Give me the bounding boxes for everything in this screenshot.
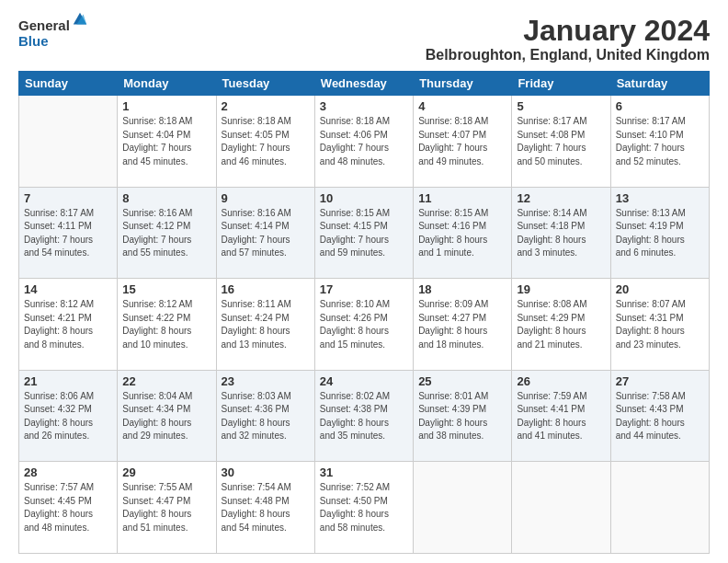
table-row: 3Sunrise: 8:18 AM Sunset: 4:06 PM Daylig… — [314, 96, 413, 188]
day-info: Sunrise: 7:55 AM Sunset: 4:47 PM Dayligh… — [122, 481, 210, 534]
table-row: 16Sunrise: 8:11 AM Sunset: 4:24 PM Dayli… — [216, 279, 314, 371]
day-info: Sunrise: 8:11 AM Sunset: 4:24 PM Dayligh… — [222, 298, 310, 351]
day-number: 7 — [24, 191, 112, 205]
header-thursday: Thursday — [414, 72, 512, 96]
day-info: Sunrise: 8:03 AM Sunset: 4:36 PM Dayligh… — [222, 390, 310, 443]
day-number: 29 — [122, 465, 210, 479]
table-row: 21Sunrise: 8:06 AM Sunset: 4:32 PM Dayli… — [19, 370, 118, 462]
day-info: Sunrise: 8:12 AM Sunset: 4:22 PM Dayligh… — [122, 298, 210, 351]
day-number: 19 — [517, 282, 605, 296]
table-row — [512, 462, 610, 554]
day-info: Sunrise: 8:12 AM Sunset: 4:21 PM Dayligh… — [24, 298, 112, 351]
day-number: 28 — [24, 465, 112, 479]
day-info: Sunrise: 7:54 AM Sunset: 4:48 PM Dayligh… — [222, 481, 310, 534]
day-info: Sunrise: 7:52 AM Sunset: 4:50 PM Dayligh… — [320, 481, 408, 534]
day-info: Sunrise: 8:01 AM Sunset: 4:39 PM Dayligh… — [418, 390, 506, 443]
table-row: 6Sunrise: 8:17 AM Sunset: 4:10 PM Daylig… — [610, 96, 709, 188]
month-title: January 2024 — [426, 15, 710, 47]
day-number: 8 — [122, 191, 210, 205]
day-number: 4 — [418, 99, 506, 113]
header-monday: Monday — [118, 72, 216, 96]
day-info: Sunrise: 8:07 AM Sunset: 4:31 PM Dayligh… — [616, 298, 704, 351]
calendar-week-row: 28Sunrise: 7:57 AM Sunset: 4:45 PM Dayli… — [19, 462, 710, 554]
table-row: 23Sunrise: 8:03 AM Sunset: 4:36 PM Dayli… — [216, 370, 314, 462]
calendar-week-row: 1Sunrise: 8:18 AM Sunset: 4:04 PM Daylig… — [19, 96, 710, 188]
day-number: 21 — [24, 374, 112, 388]
table-row: 28Sunrise: 7:57 AM Sunset: 4:45 PM Dayli… — [19, 462, 118, 554]
day-number: 13 — [616, 191, 704, 205]
day-number: 27 — [616, 374, 704, 388]
table-row — [414, 462, 512, 554]
table-row: 25Sunrise: 8:01 AM Sunset: 4:39 PM Dayli… — [414, 370, 512, 462]
calendar-week-row: 14Sunrise: 8:12 AM Sunset: 4:21 PM Dayli… — [19, 279, 710, 371]
calendar-week-row: 7Sunrise: 8:17 AM Sunset: 4:11 PM Daylig… — [19, 187, 710, 279]
day-number: 16 — [222, 282, 310, 296]
header-sunday: Sunday — [19, 72, 118, 96]
day-info: Sunrise: 8:10 AM Sunset: 4:26 PM Dayligh… — [320, 298, 408, 351]
day-number: 14 — [24, 282, 112, 296]
calendar: Sunday Monday Tuesday Wednesday Thursday… — [18, 71, 710, 554]
day-info: Sunrise: 8:16 AM Sunset: 4:14 PM Dayligh… — [222, 207, 310, 260]
table-row: 15Sunrise: 8:12 AM Sunset: 4:22 PM Dayli… — [118, 279, 216, 371]
table-row: 29Sunrise: 7:55 AM Sunset: 4:47 PM Dayli… — [118, 462, 216, 554]
table-row: 1Sunrise: 8:18 AM Sunset: 4:04 PM Daylig… — [118, 96, 216, 188]
table-row: 24Sunrise: 8:02 AM Sunset: 4:38 PM Dayli… — [314, 370, 413, 462]
day-number: 10 — [320, 191, 408, 205]
day-number: 15 — [122, 282, 210, 296]
day-info: Sunrise: 8:04 AM Sunset: 4:34 PM Dayligh… — [122, 390, 210, 443]
day-number: 31 — [320, 465, 408, 479]
day-info: Sunrise: 8:18 AM Sunset: 4:06 PM Dayligh… — [320, 115, 408, 168]
day-number: 2 — [222, 99, 310, 113]
day-info: Sunrise: 8:02 AM Sunset: 4:38 PM Dayligh… — [320, 390, 408, 443]
day-number: 23 — [222, 374, 310, 388]
table-row: 4Sunrise: 8:18 AM Sunset: 4:07 PM Daylig… — [414, 96, 512, 188]
day-info: Sunrise: 7:58 AM Sunset: 4:43 PM Dayligh… — [616, 390, 704, 443]
day-info: Sunrise: 8:09 AM Sunset: 4:27 PM Dayligh… — [418, 298, 506, 351]
logo: General Blue — [18, 18, 88, 49]
header-saturday: Saturday — [610, 72, 709, 96]
table-row: 5Sunrise: 8:17 AM Sunset: 4:08 PM Daylig… — [512, 96, 610, 188]
calendar-week-row: 21Sunrise: 8:06 AM Sunset: 4:32 PM Dayli… — [19, 370, 710, 462]
logo-general-text: General — [18, 18, 70, 34]
calendar-header-row: Sunday Monday Tuesday Wednesday Thursday… — [19, 72, 710, 96]
table-row: 20Sunrise: 8:07 AM Sunset: 4:31 PM Dayli… — [610, 279, 709, 371]
day-number: 9 — [222, 191, 310, 205]
day-info: Sunrise: 8:15 AM Sunset: 4:16 PM Dayligh… — [418, 207, 506, 260]
table-row: 9Sunrise: 8:16 AM Sunset: 4:14 PM Daylig… — [216, 187, 314, 279]
header-friday: Friday — [512, 72, 610, 96]
day-number: 22 — [122, 374, 210, 388]
day-number: 20 — [616, 282, 704, 296]
day-info: Sunrise: 8:18 AM Sunset: 4:04 PM Dayligh… — [122, 115, 210, 168]
table-row — [610, 462, 709, 554]
day-info: Sunrise: 8:17 AM Sunset: 4:11 PM Dayligh… — [24, 207, 112, 260]
day-info: Sunrise: 8:14 AM Sunset: 4:18 PM Dayligh… — [517, 207, 605, 260]
table-row — [19, 96, 118, 188]
table-row: 19Sunrise: 8:08 AM Sunset: 4:29 PM Dayli… — [512, 279, 610, 371]
day-number: 5 — [517, 99, 605, 113]
day-info: Sunrise: 7:59 AM Sunset: 4:41 PM Dayligh… — [517, 390, 605, 443]
table-row: 12Sunrise: 8:14 AM Sunset: 4:18 PM Dayli… — [512, 187, 610, 279]
day-info: Sunrise: 8:17 AM Sunset: 4:10 PM Dayligh… — [616, 115, 704, 168]
location-title: Belbroughton, England, United Kingdom — [426, 47, 710, 63]
table-row: 17Sunrise: 8:10 AM Sunset: 4:26 PM Dayli… — [314, 279, 413, 371]
day-number: 24 — [320, 374, 408, 388]
logo-icon — [72, 11, 88, 28]
table-row: 8Sunrise: 8:16 AM Sunset: 4:12 PM Daylig… — [118, 187, 216, 279]
table-row: 22Sunrise: 8:04 AM Sunset: 4:34 PM Dayli… — [118, 370, 216, 462]
table-row: 11Sunrise: 8:15 AM Sunset: 4:16 PM Dayli… — [414, 187, 512, 279]
day-number: 6 — [616, 99, 704, 113]
day-info: Sunrise: 8:13 AM Sunset: 4:19 PM Dayligh… — [616, 207, 704, 260]
day-number: 3 — [320, 99, 408, 113]
table-row: 14Sunrise: 8:12 AM Sunset: 4:21 PM Dayli… — [19, 279, 118, 371]
header: General Blue January 2024 Belbroughton, … — [18, 15, 710, 63]
table-row: 10Sunrise: 8:15 AM Sunset: 4:15 PM Dayli… — [314, 187, 413, 279]
table-row: 30Sunrise: 7:54 AM Sunset: 4:48 PM Dayli… — [216, 462, 314, 554]
logo-blue-text: Blue — [18, 34, 70, 50]
table-row: 13Sunrise: 8:13 AM Sunset: 4:19 PM Dayli… — [610, 187, 709, 279]
day-number: 12 — [517, 191, 605, 205]
day-number: 18 — [418, 282, 506, 296]
day-number: 30 — [222, 465, 310, 479]
page: General Blue January 2024 Belbroughton, … — [0, 0, 728, 563]
day-info: Sunrise: 8:18 AM Sunset: 4:07 PM Dayligh… — [418, 115, 506, 168]
table-row: 2Sunrise: 8:18 AM Sunset: 4:05 PM Daylig… — [216, 96, 314, 188]
